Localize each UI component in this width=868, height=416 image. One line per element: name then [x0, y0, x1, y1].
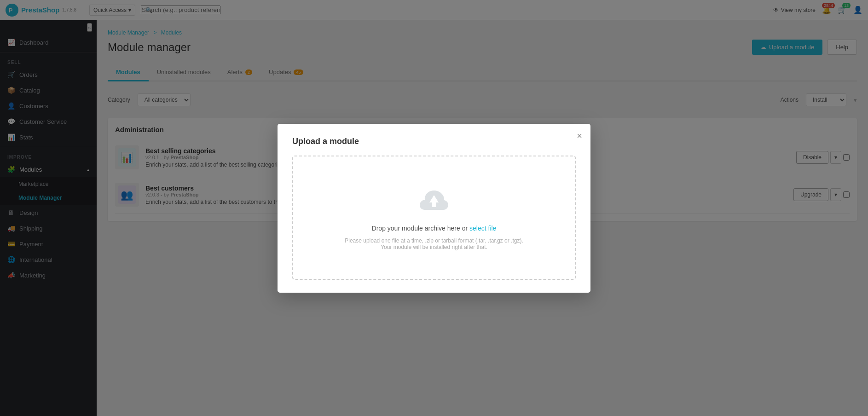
- cloud-upload-icon: [418, 185, 450, 219]
- dropzone-hint: Please upload one file at a time, .zip o…: [342, 237, 526, 250]
- modal-overlay[interactable]: Upload a module × Drop your module archi…: [0, 0, 868, 416]
- file-dropzone[interactable]: Drop your module archive here or select …: [292, 156, 576, 280]
- modal-close-button[interactable]: ×: [577, 131, 582, 140]
- modal-title: Upload a module: [292, 137, 576, 146]
- select-file-link[interactable]: select file: [469, 225, 496, 232]
- upload-module-modal: Upload a module × Drop your module archi…: [278, 124, 590, 293]
- svg-rect-7: [432, 202, 436, 207]
- dropzone-text: Drop your module archive here or select …: [372, 225, 497, 232]
